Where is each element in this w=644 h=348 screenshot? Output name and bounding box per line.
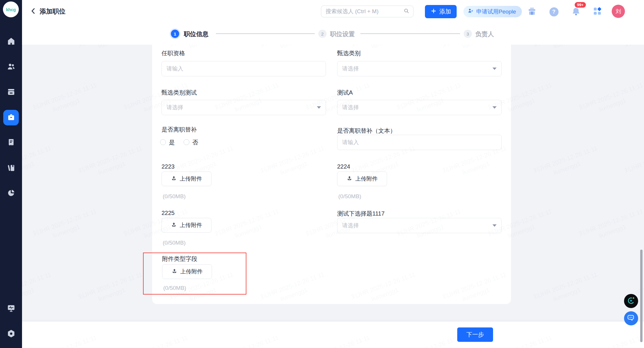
stepper: 1 职位信息 2 职位设置 3 负责人 [22,23,644,45]
add-button[interactable]: 添加 [425,5,457,18]
field-label: 是否离职替补 [162,126,197,134]
upload-label: 上传附件 [180,175,202,183]
size-hint: (0/50MB) [163,193,186,200]
upload-label: 上传附件 [180,268,203,275]
field-label: 甄选类别测试 [162,89,197,97]
calendar-icon [7,88,16,97]
chat-bubble-icon [627,313,635,323]
sidebar-item-records[interactable] [0,137,22,149]
back-button[interactable] [29,7,38,16]
team-icon [7,62,16,72]
settings-icon [7,329,16,339]
home-icon [7,37,16,47]
briefcase-icon [7,113,16,123]
upload-attachment-field-button[interactable]: 上传附件 [162,264,212,279]
apps-button[interactable] [592,6,603,17]
upload-icon [347,175,352,183]
library-icon [7,164,16,174]
field-label: 测试下选择题1117 [337,210,385,218]
help-button[interactable]: ? [549,6,559,17]
selection-category-select[interactable]: 请选择 [337,61,502,76]
select-placeholder: 请选择 [342,65,492,73]
sidebar-item-monitor[interactable] [0,303,22,315]
ai-assistant-button[interactable] [624,294,638,308]
field-label: 甄选类别 [337,49,361,57]
chevron-left-icon [30,7,37,16]
upload-2224-button[interactable]: 上传附件 [337,172,387,186]
select-placeholder: 请选择 [342,104,492,111]
radio-yes-label[interactable]: 是 [169,139,175,147]
trial-people-label: 申请试用People [476,8,516,16]
input-placeholder: 请输入 [342,139,497,146]
select-placeholder: 请选择 [342,222,492,229]
ai-sparkle-icon [626,295,636,307]
header: 添加职位 搜索候选人 (Ctrl + M) 添加 申请试用People ? 99… [22,0,644,23]
sidebar-item-calendar[interactable] [0,87,22,98]
step-1-circle[interactable]: 1 [171,30,179,38]
upload-label: 上传附件 [180,221,202,229]
test-dropdown-1117-select[interactable]: 请选择 [337,218,502,233]
select-placeholder: 请选择 [167,104,317,111]
chevron-down-icon [492,106,497,109]
radio-no-label[interactable]: 否 [192,139,198,147]
step-3-circle[interactable]: 3 [464,30,472,38]
step-2-circle[interactable]: 2 [318,30,327,38]
sidebar-item-team[interactable] [0,61,22,73]
field-label: 任职资格 [162,49,185,57]
next-step-button[interactable]: 下一步 [457,327,493,342]
sidebar-item-positions-active[interactable] [3,110,19,125]
apps-grid-icon [593,6,602,17]
sidebar-item-library[interactable] [0,163,22,174]
test-a-select[interactable]: 请选择 [337,100,502,115]
upload-2223-button[interactable]: 上传附件 [162,172,211,186]
gift-button[interactable] [527,6,537,17]
sidebar: khcg [0,0,22,348]
trial-people-button[interactable]: 申请试用People [463,6,522,17]
search-placeholder: 搜索候选人 (Ctrl + M) [326,8,403,15]
notification-badge: 99+ [574,1,586,8]
search-icon [403,8,410,15]
chevron-down-icon [317,106,321,109]
gift-icon [527,6,537,17]
avatar[interactable]: 刘 [612,5,625,18]
size-hint: (0/50MB) [163,240,186,246]
step-1-label[interactable]: 职位信息 [184,30,208,38]
radio-yes[interactable] [160,139,166,145]
help-icon: ? [549,7,559,16]
field-label: 是否离职替补（文本） [337,127,396,135]
chevron-down-icon [492,68,497,70]
chat-support-button[interactable] [624,311,638,325]
upload-icon [171,175,177,183]
input-placeholder: 请输入 [167,65,321,73]
qualification-input[interactable]: 请输入 [162,61,326,76]
footer-bar: 下一步 [22,322,644,348]
size-hint: (0/50MB) [163,285,186,291]
sidebar-item-home[interactable] [0,36,22,48]
user-icon [468,8,474,16]
sidebar-item-reports[interactable] [0,188,22,199]
step-connector [216,33,315,34]
step-2-label[interactable]: 职位设置 [330,30,355,38]
search-input[interactable]: 搜索候选人 (Ctrl + M) [321,6,413,17]
field-label: 附件类型字段 [162,255,197,263]
radio-no[interactable] [184,139,189,145]
scrollbar-thumb[interactable] [640,250,643,342]
step-connector [360,33,460,34]
field-label: 2224 [337,163,350,170]
add-button-label: 添加 [439,8,451,16]
upload-icon [171,222,177,229]
pie-chart-icon [7,189,16,199]
page-title: 添加职位 [40,7,65,16]
sidebar-item-settings[interactable] [0,328,22,340]
field-label: 测试A [337,89,353,97]
monitor-icon [7,304,16,314]
upload-label: 上传附件 [355,175,378,183]
upload-2225-button[interactable]: 上传附件 [162,218,211,233]
departure-replacement-text-input[interactable]: 请输入 [337,135,502,150]
selection-category-test-select[interactable]: 请选择 [162,100,326,115]
app-logo[interactable]: khcg [3,1,19,17]
step-3-label[interactable]: 负责人 [475,30,494,38]
chevron-down-icon [492,224,497,227]
receipt-icon [7,138,16,148]
field-label: 2225 [162,210,175,216]
